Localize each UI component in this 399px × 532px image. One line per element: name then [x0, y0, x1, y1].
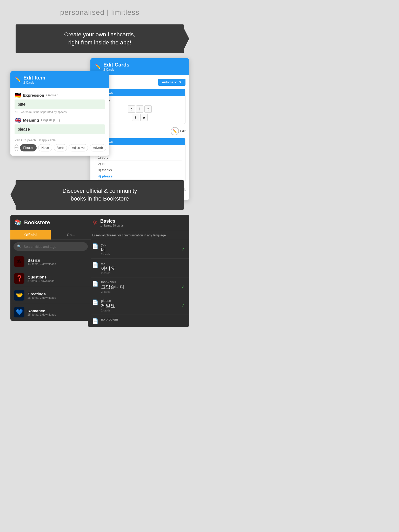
pos-label: Part Of Speech If applicable	[15, 138, 105, 142]
book-detail-panel: ⚛ Basics 14 items, 28 cards Essential ph…	[88, 215, 189, 327]
item-icon-noproblem: 📄	[92, 318, 98, 324]
edit-item-title: Edit Item	[23, 75, 45, 81]
romance-name: Romance	[28, 309, 56, 313]
discover-text: Discover official & community books in t…	[24, 187, 176, 203]
book-list: ⚛ Basics 14 items, 3 downloads ❓ Questio…	[10, 253, 91, 321]
bookstore-header: 📚 Bookstore	[10, 215, 91, 230]
german-flag-icon: 🇩🇪	[15, 92, 21, 98]
pos-verb[interactable]: Verb	[54, 144, 67, 151]
basics-meta: 14 items, 3 downloads	[28, 262, 56, 265]
book-detail-header: ⚛ Basics 14 items, 28 cards	[88, 215, 189, 231]
romance-meta: 25 items, 1 downloads	[28, 313, 56, 316]
expression-label-text: Expression	[23, 93, 44, 97]
meaning-section: 🇬🇧 Meaning English (UK)	[15, 117, 105, 134]
uk-flag-icon: 🇬🇧	[15, 117, 21, 123]
check-thankyou: ✓	[181, 284, 185, 290]
check-yes: ✓	[181, 247, 185, 252]
letter-t2: t	[132, 114, 139, 121]
check-no: ✓	[181, 265, 185, 271]
meaning-input[interactable]	[15, 124, 105, 134]
search-icon: 🔍	[17, 244, 22, 249]
expression-hint: N.B. words must be separated by spaces	[15, 110, 105, 114]
item-en-yes: yes	[101, 243, 178, 247]
tab-official[interactable]: Official	[10, 230, 51, 240]
pos-phrase[interactable]: Phrase	[20, 144, 37, 151]
pos-minus-button[interactable]: −	[15, 144, 18, 151]
item-ko-no: 아니요	[101, 265, 178, 271]
letter-row-1: b i t	[128, 105, 152, 113]
edit-item-subtitle: 2 Cards	[23, 81, 45, 84]
item-icon-thankyou: 📄	[92, 281, 98, 287]
book-item-noproblem: 📄 no problem	[88, 315, 189, 327]
letter-grid-1: b i t t e	[98, 105, 182, 121]
greetings-icon: 🤝	[14, 290, 24, 301]
book-detail-desc: Essential phrases for communication in a…	[88, 231, 189, 240]
flashcard-section: ✏️ Edit Cards 2 Cards Automatic ▼ 1 Revi…	[10, 58, 189, 172]
book-item-please: 📄 please 제발요 2 cards ✓	[88, 296, 189, 315]
letter-t1: t	[144, 105, 152, 113]
edit-item-body: 🇩🇪 Expression German N.B. words must be …	[10, 88, 109, 156]
card-list-item-2: 2) ttle	[98, 161, 182, 167]
pos-noun[interactable]: Noun	[38, 144, 52, 151]
expression-input[interactable]	[15, 99, 105, 109]
pos-hint: If applicable	[39, 138, 56, 142]
discover-line2: books in the Bookstore	[71, 195, 129, 202]
book-entry-romance[interactable]: 💙 Romance 25 items, 1 downloads	[10, 304, 91, 321]
questions-icon: ❓	[14, 273, 24, 284]
item-en-noproblem: no problem	[101, 317, 185, 321]
card-list: 1) very 2) ttle 3) thanks 4) please	[98, 155, 182, 179]
review-word-1: please	[98, 99, 182, 103]
book-item-no: 📄 no 아니요 2 cards ✓	[88, 259, 189, 277]
tab-row: Official Co...	[10, 230, 91, 240]
item-icon-yes: 📄	[92, 243, 98, 249]
bookstore-title: Bookstore	[24, 220, 50, 225]
item-en-thankyou: thank you	[101, 280, 178, 284]
item-icon-please: 📄	[92, 299, 98, 305]
search-bar[interactable]: 🔍	[14, 242, 88, 251]
edit-item-header: ✏️ Edit Item 2 Cards	[10, 71, 109, 88]
edit-cards-subtitle: 2 Cards	[103, 68, 129, 71]
chevron-down-icon: ▼	[178, 80, 182, 84]
automatic-dropdown[interactable]: Automatic ▼	[158, 79, 185, 86]
questions-meta: 8 items, 1 downloads	[28, 279, 54, 282]
flashcard-banner: Create your own flashcards, right from i…	[16, 24, 184, 53]
book-item-list: 📄 yes 네 2 cards ✓ 📄 no 아니요 2 cards ✓ 📄	[88, 240, 189, 327]
edit-label-1: Edit	[180, 129, 185, 133]
expression-label: 🇩🇪 Expression German	[15, 92, 105, 98]
discover-banner: Discover official & community books in t…	[16, 180, 184, 210]
pos-adverb[interactable]: Adverb	[90, 144, 106, 151]
item-cards-yes: 2 cards	[101, 253, 178, 256]
book-entry-basics[interactable]: ⚛ Basics 14 items, 3 downloads	[10, 253, 91, 270]
letter-i: i	[136, 105, 143, 113]
item-icon-no: 📄	[92, 262, 98, 268]
search-input[interactable]	[24, 245, 84, 249]
check-please: ✓	[181, 303, 185, 308]
tagline: personalised | limitless	[0, 0, 200, 22]
book-entry-greetings[interactable]: 🤝 Greetings 28 items, 2 downloads	[10, 287, 91, 304]
book-detail-subtitle: 14 items, 28 cards	[100, 224, 124, 227]
basics-list-icon: ⚛	[14, 256, 24, 267]
pos-adjective[interactable]: Adjective	[69, 144, 88, 151]
item-en-please: please	[101, 299, 178, 303]
item-cards-no: 2 cards	[101, 271, 178, 275]
letter-row-2: t e	[132, 114, 148, 121]
basics-icon: ⚛	[92, 219, 98, 227]
flashcard-banner-text: Create your own flashcards, right from i…	[24, 31, 176, 47]
bookstore-icon: 📚	[15, 219, 22, 226]
book-detail-title: Basics	[100, 218, 124, 224]
item-en-no: no	[101, 261, 178, 265]
pos-section: Part Of Speech If applicable − Phrase No…	[15, 138, 105, 151]
greetings-meta: 28 items, 2 downloads	[28, 296, 56, 299]
edit-item-panel: ✏️ Edit Item 2 Cards 🇩🇪 Expression Germa…	[10, 71, 109, 156]
book-entry-questions[interactable]: ❓ Questions 8 items, 1 downloads	[10, 270, 91, 287]
edit-cards-icon: ✏️	[95, 64, 101, 69]
item-cards-please: 2 cards	[101, 309, 178, 312]
item-ko-thankyou: 고맙습니다	[101, 284, 178, 290]
discover-line1: Discover official & community	[63, 188, 137, 194]
edit-button-1[interactable]: ✏️ Edit	[171, 127, 185, 135]
book-item-yes: 📄 yes 네 2 cards ✓	[88, 240, 189, 259]
greetings-name: Greetings	[28, 292, 56, 296]
item-cards-thankyou: 2 cards	[101, 290, 178, 293]
bookstore-list-panel: 📚 Bookstore Official Co... 🔍 ⚛ Basics 14…	[10, 215, 91, 321]
tab-community[interactable]: Co...	[51, 230, 91, 240]
